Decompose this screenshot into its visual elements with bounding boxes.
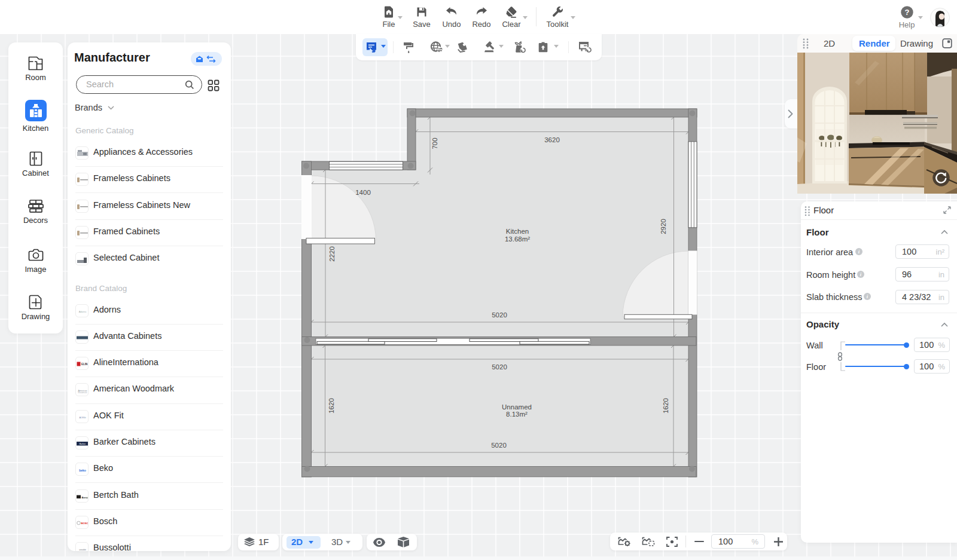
- svg-text:3620: 3620: [544, 136, 560, 143]
- svg-text:5020: 5020: [491, 442, 507, 449]
- svg-text:5020: 5020: [492, 363, 507, 371]
- svg-text:700: 700: [431, 137, 438, 149]
- svg-text:Adorns: Adorns: [79, 310, 87, 313]
- svg-text:Woodmark: Woodmark: [78, 391, 87, 394]
- svg-text:2220: 2220: [328, 246, 336, 262]
- svg-text:1620: 1620: [328, 398, 335, 414]
- svg-text:ELIN: ELIN: [81, 363, 87, 366]
- svg-text:13.68m²: 13.68m²: [505, 235, 530, 243]
- svg-text:5020: 5020: [492, 311, 507, 319]
- svg-text:Unnamed: Unnamed: [502, 403, 532, 411]
- svg-text:2920: 2920: [660, 219, 667, 234]
- svg-text:Kitchen: Kitchen: [506, 228, 529, 235]
- svg-text:Bertch: Bertch: [82, 495, 89, 498]
- svg-text:1400: 1400: [355, 189, 371, 196]
- svg-text:ussolot: ussolot: [79, 549, 86, 551]
- svg-text:Barker: Barker: [80, 443, 86, 445]
- svg-text:1620: 1620: [662, 398, 669, 414]
- svg-text:AOKfit: AOKfit: [80, 417, 87, 419]
- svg-text:beko: beko: [79, 469, 86, 472]
- svg-text:?: ?: [904, 8, 909, 17]
- svg-text:BOSCH: BOSCH: [81, 522, 89, 525]
- svg-text:8.13m²: 8.13m²: [506, 411, 528, 418]
